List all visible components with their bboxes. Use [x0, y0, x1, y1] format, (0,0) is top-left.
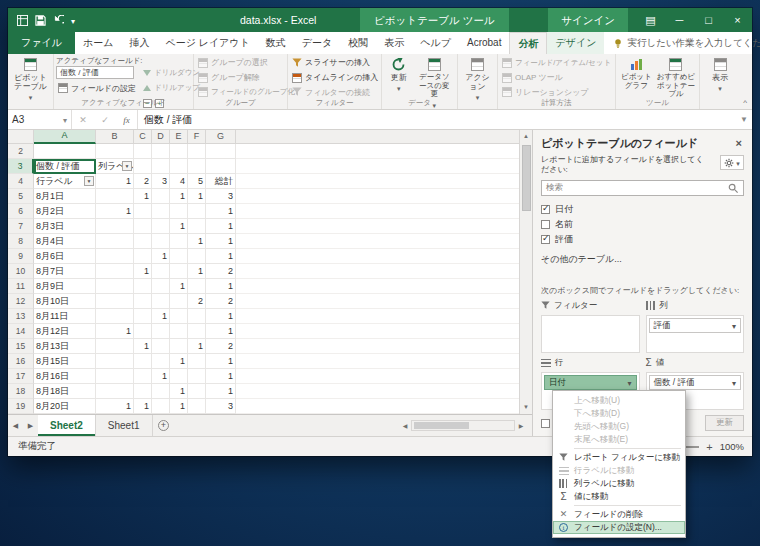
cell[interactable]: 1	[188, 264, 206, 279]
maximize-button[interactable]: □	[694, 8, 723, 32]
cell[interactable]	[96, 189, 134, 204]
cell[interactable]	[134, 219, 152, 234]
relationships-button[interactable]: リレーションシップ	[500, 85, 613, 99]
cell[interactable]	[170, 309, 188, 324]
column-header-a[interactable]: A	[34, 130, 96, 144]
cell[interactable]	[152, 339, 170, 354]
olap-tools-button[interactable]: OLAP ツール	[500, 71, 613, 85]
cell[interactable]: 1	[170, 399, 188, 414]
cell[interactable]	[170, 324, 188, 339]
tell-me-box[interactable]: 実行したい作業を入力してください	[604, 32, 760, 54]
menu-item-field-settings[interactable]: iフィールドの設定(N)...	[553, 521, 685, 534]
cell-date[interactable]: 8月9日	[34, 279, 96, 294]
cell[interactable]: 1	[152, 249, 170, 264]
column-header-e[interactable]: E	[170, 130, 188, 144]
cell[interactable]	[188, 399, 206, 414]
formula-bar-value[interactable]: 個数 / 評価	[138, 110, 736, 129]
row-header[interactable]: 10	[8, 264, 34, 279]
cell[interactable]	[96, 279, 134, 294]
defer-layout-checkbox[interactable]	[541, 419, 550, 428]
cell[interactable]: 1	[170, 219, 188, 234]
cell[interactable]	[188, 369, 206, 384]
cell[interactable]	[96, 249, 134, 264]
cell-total[interactable]: 1	[206, 219, 236, 234]
cell[interactable]: 1	[134, 339, 152, 354]
cell[interactable]	[152, 384, 170, 399]
cell[interactable]: 4	[170, 174, 188, 189]
tab-design[interactable]: デザイン	[547, 32, 604, 54]
cell[interactable]	[134, 204, 152, 219]
cell-date[interactable]: 8月18日	[34, 384, 96, 399]
horizontal-scrollbar-track[interactable]	[411, 420, 515, 431]
active-field-box[interactable]: 個数 / 評価	[56, 66, 134, 79]
drill-down-button[interactable]: ドリルダウン	[141, 66, 202, 80]
cell[interactable]	[152, 204, 170, 219]
cell[interactable]	[96, 354, 134, 369]
cell-date[interactable]: 8月13日	[34, 339, 96, 354]
cell[interactable]: 1	[188, 234, 206, 249]
cell-total[interactable]: 1	[206, 204, 236, 219]
row-labels-filter-icon[interactable]	[84, 176, 94, 186]
cell[interactable]	[188, 219, 206, 234]
cell[interactable]: 1	[188, 189, 206, 204]
row-header[interactable]: 17	[8, 369, 34, 384]
cell-total[interactable]: 1	[206, 369, 236, 384]
vertical-scrollbar[interactable]: ▲ ▼	[519, 130, 532, 414]
ungroup-button[interactable]: グループ解除	[196, 71, 285, 85]
field-item-name[interactable]: 名前	[541, 217, 744, 232]
cancel-icon[interactable]: ✕	[79, 115, 87, 125]
row-header[interactable]: 9	[8, 249, 34, 264]
row-header[interactable]: 11	[8, 279, 34, 294]
cell[interactable]	[134, 384, 152, 399]
sheet-tab-sheet1[interactable]: Sheet1	[96, 415, 153, 436]
cell-date[interactable]: 8月7日	[34, 264, 96, 279]
cell-date[interactable]: 8月10日	[34, 294, 96, 309]
cell[interactable]	[96, 264, 134, 279]
pane-close-icon[interactable]: ×	[734, 137, 744, 149]
close-button[interactable]: ×	[723, 8, 752, 32]
menu-item-remove-field[interactable]: ✕フィールドの削除	[553, 508, 685, 521]
menu-item-move-to-row-labels[interactable]: 行ラベルに移動	[553, 464, 685, 477]
cell[interactable]	[152, 279, 170, 294]
cell-date[interactable]: 8月12日	[34, 324, 96, 339]
save-icon[interactable]	[35, 15, 46, 26]
menu-item-move-up[interactable]: 上へ移動(U)	[553, 394, 685, 407]
ribbon-tab[interactable]: ページ レイアウト	[157, 32, 257, 54]
cell[interactable]	[134, 324, 152, 339]
name-box[interactable]: A3	[8, 110, 72, 129]
scroll-right-icon[interactable]: ▶	[515, 422, 527, 429]
cell[interactable]: 1	[170, 384, 188, 399]
cell[interactable]	[170, 369, 188, 384]
pivottable-button[interactable]: ピボットテーブル	[10, 56, 51, 107]
insert-slicer-button[interactable]: スライサーの挿入	[290, 56, 379, 70]
cell[interactable]: 1	[134, 264, 152, 279]
checkbox-unchecked-icon[interactable]	[541, 220, 550, 229]
scroll-down-icon[interactable]: ▼	[520, 401, 532, 414]
cell[interactable]	[96, 234, 134, 249]
cell[interactable]	[170, 144, 188, 159]
cell[interactable]	[152, 189, 170, 204]
cell[interactable]: 1	[152, 309, 170, 324]
cell[interactable]: 2	[134, 174, 152, 189]
menu-item-move-to-values[interactable]: Σ値に移動	[553, 490, 685, 503]
sign-in-button[interactable]: サインイン	[548, 8, 628, 32]
sheet-nav-right-icon[interactable]: ▶	[23, 415, 38, 436]
zoom-level[interactable]: 100%	[720, 441, 744, 452]
minimize-button[interactable]: ─	[665, 8, 694, 32]
refresh-button[interactable]: 更新	[384, 56, 414, 99]
column-header-g[interactable]: G	[206, 130, 236, 144]
cell[interactable]	[152, 159, 170, 174]
sheet-tab-sheet2[interactable]: Sheet2	[38, 415, 96, 436]
excel-app-icon[interactable]	[17, 15, 28, 26]
cell-total[interactable]: 1	[206, 324, 236, 339]
cell[interactable]	[152, 294, 170, 309]
row-header[interactable]: 2	[8, 144, 34, 159]
cell-a4[interactable]: 行ラベル	[34, 174, 96, 189]
cell[interactable]	[206, 159, 236, 174]
cell-total[interactable]: 3	[206, 399, 236, 414]
ribbon-tab[interactable]: 表示	[376, 32, 412, 54]
row-header[interactable]: 5	[8, 189, 34, 204]
group-selection-button[interactable]: グループの選択	[196, 56, 285, 70]
cell-total[interactable]: 2	[206, 264, 236, 279]
column-header-d[interactable]: D	[152, 130, 170, 144]
